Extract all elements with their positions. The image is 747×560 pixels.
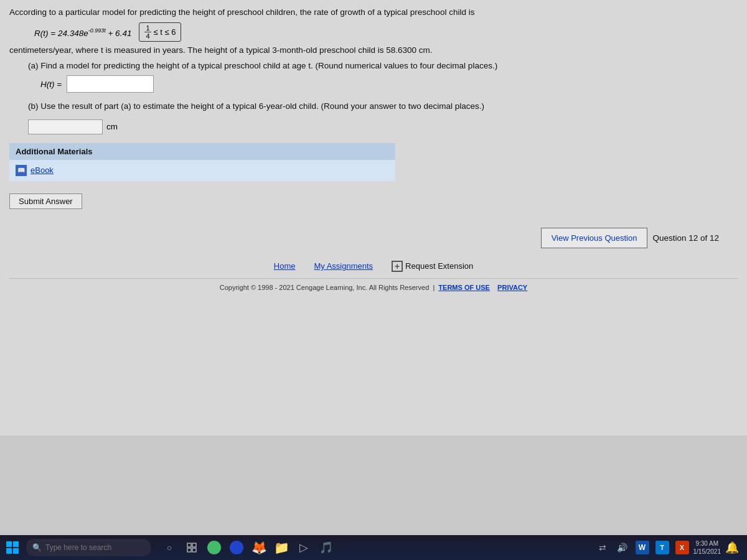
privacy-link[interactable]: PRIVACY [497,284,527,291]
taskbar-right: ⇄ 🔊 W T X 9:30 AM 1/15/2021 🔔 [594,539,745,556]
sys-icon-notify[interactable]: 🔔 [723,539,741,556]
svg-rect-1 [192,543,196,547]
equation-text: R(t) = 24.348e-0.993t + 6.41 [34,27,131,38]
taskbar-app-5[interactable]: ▷ [294,538,314,558]
part-a-label: (a) Find a model for predicting the heig… [28,61,738,70]
submit-section: Submit Answer [9,194,738,209]
taskbar-time: 9:30 AM 1/15/2021 [693,539,721,556]
bottom-links: Home My Assignments + Request Extension [9,261,738,272]
question-counter: Question 12 of 12 [652,233,719,243]
ebook-row: 📖 eBook [9,160,395,181]
request-ext-icon: + [392,261,403,272]
constraint-bracket: 1 4 ≤ t ≤ 6 [139,22,181,42]
svg-rect-0 [187,543,191,547]
my-assignments-link[interactable]: My Assignments [314,261,373,271]
ht-input[interactable] [67,75,154,93]
request-extension-link[interactable]: + Request Extension [392,261,473,272]
taskbar-icon-multitask[interactable] [182,538,202,558]
search-input[interactable] [45,543,139,552]
ht-answer-row: H(t) = [40,75,738,93]
cm-label: cm [106,122,118,131]
part-b-label: (b) Use the result of part (a) to estima… [28,100,738,113]
taskbar-search[interactable]: 🔍 [26,539,151,556]
taskbar-app-2[interactable] [227,538,247,558]
sys-icon-t[interactable]: T [654,539,671,556]
taskbar-center-icons: ○ 🦊 📁 ▷ 🎵 [159,538,336,558]
sys-icon-excel[interactable]: X [674,539,691,556]
sub-text: centimeters/year, where t is measured in… [9,45,738,55]
main-content: According to a particular model for pred… [0,0,747,436]
taskbar-app-3[interactable]: 🦊 [249,538,269,558]
svg-rect-2 [187,548,191,552]
taskbar-icon-cortana[interactable]: ○ [159,538,179,558]
terms-link[interactable]: TERMS OF USE [438,284,490,291]
view-previous-button[interactable]: View Previous Question [541,228,648,248]
sys-icon-w[interactable]: W [634,539,651,556]
home-link[interactable]: Home [274,261,296,271]
ht-label: H(t) = [40,80,62,89]
sys-icon-arrows[interactable]: ⇄ [594,539,611,556]
search-icon: 🔍 [32,543,42,552]
windows-icon [6,541,19,554]
ebook-icon: 📖 [16,165,27,176]
taskbar: 🔍 ○ 🦊 📁 ▷ 🎵 ⇄ [0,535,747,560]
additional-materials-header: Additional Materials [9,143,395,160]
start-button[interactable] [2,538,22,558]
part-b-answer-row: cm [28,119,738,134]
svg-rect-3 [192,548,196,552]
navigation-section: View Previous Question Question 12 of 12 [9,228,738,248]
sys-icon-volume[interactable]: 🔊 [614,539,631,556]
ebook-link[interactable]: eBook [31,166,54,175]
fraction: 1 4 [144,24,151,40]
part-b-input[interactable] [28,119,103,134]
copyright-bar: Copyright © 1998 - 2021 Cengage Learning… [9,278,738,296]
equation-line: R(t) = 24.348e-0.993t + 6.41 1 4 ≤ t ≤ 6 [34,22,738,42]
taskbar-app-browser[interactable] [204,538,224,558]
problem-intro: According to a particular model for pred… [9,6,738,19]
part-b-label-row: (b) Use the result of part (a) to estima… [28,100,738,113]
taskbar-app-4[interactable]: 📁 [271,538,291,558]
taskbar-app-6[interactable]: 🎵 [316,538,336,558]
submit-button[interactable]: Submit Answer [9,194,82,209]
